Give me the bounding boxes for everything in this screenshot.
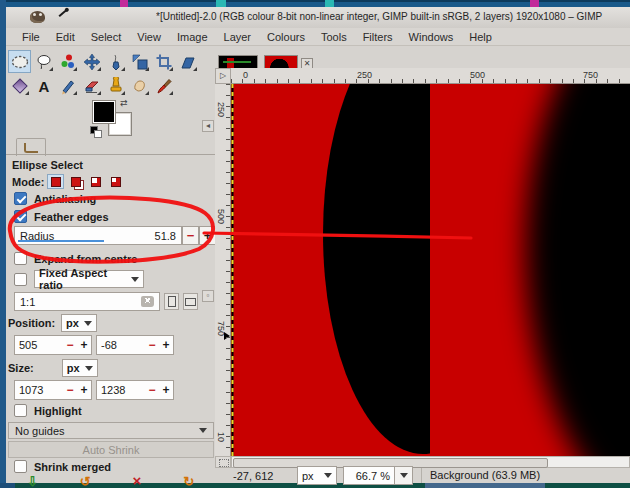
paths-tool-icon[interactable] [104, 50, 127, 73]
menu-file[interactable]: File [14, 30, 48, 44]
position-unit-dropdown[interactable]: px [61, 314, 97, 332]
swap-colours-icon[interactable]: ⇄ [120, 98, 128, 108]
gradient-tool-icon[interactable] [8, 74, 31, 97]
position-label: Position: [8, 317, 55, 329]
mode-replace-button[interactable] [47, 174, 64, 189]
desktop-mark [530, 0, 539, 7]
plus-icon[interactable]: + [77, 338, 91, 352]
menu-view[interactable]: View [129, 30, 169, 44]
shrink-merged-row: Shrink merged [14, 460, 111, 473]
chevron-down-icon [84, 321, 92, 326]
foreground-colour-swatch[interactable] [92, 100, 116, 124]
size-width-spinbox[interactable]: 1073 − + [14, 380, 92, 400]
feather-radius-slider[interactable]: Radius 51.8 [14, 226, 182, 245]
left-dock-panel: A ⇄ Ellipse Select Mode: [6, 46, 215, 483]
paintbrush-tool-icon[interactable] [152, 74, 175, 97]
expand-from-centre-checkbox[interactable] [14, 252, 27, 265]
guides-dropdown[interactable]: No guides [8, 422, 214, 439]
feather-edges-checkbox[interactable] [14, 210, 27, 223]
minus-icon[interactable]: − [145, 383, 159, 397]
free-select-tool-icon[interactable] [32, 50, 55, 73]
zoom-input[interactable]: 66.7 % [343, 466, 395, 485]
antialiasing-checkbox[interactable] [14, 192, 27, 205]
aspect-ratio-input[interactable]: 1:1 [14, 292, 160, 311]
plus-icon[interactable]: + [159, 338, 173, 352]
reset-preset-icon[interactable]: ↻ [183, 474, 194, 488]
horizontal-ruler: 0 250 500 750 [231, 68, 630, 84]
ruler-corner-button[interactable]: ▷ [215, 68, 231, 84]
preset-buttons-row: ⇩ ↺ × ↻ [6, 474, 215, 488]
transform-tool-icon[interactable] [128, 50, 151, 73]
shear-tool-icon[interactable] [176, 50, 199, 73]
save-preset-icon[interactable]: ⇩ [27, 474, 38, 488]
text-tool-icon[interactable]: A [32, 74, 55, 97]
mode-intersect-button[interactable] [107, 174, 124, 189]
radius-increase-button[interactable]: + [199, 226, 216, 245]
size-unit: px [67, 362, 80, 374]
gimp-window: { "window": { "title": "*[Untitled]-2.0 … [0, 0, 630, 488]
v-ruler-label: 250 [216, 102, 226, 117]
clear-entry-icon[interactable] [141, 296, 154, 307]
menu-layer[interactable]: Layer [216, 30, 260, 44]
dock-collapse-button[interactable]: ◂ [202, 120, 214, 132]
radius-decrease-button[interactable]: − [182, 226, 199, 245]
size-height-value: 1238 [97, 384, 145, 396]
canvas-image[interactable] [231, 84, 630, 456]
svg-text:A: A [38, 77, 49, 94]
vertical-ruler: 250 500 750 10 [215, 84, 231, 456]
size-height-spinbox[interactable]: 1238 − + [96, 380, 174, 400]
minus-icon[interactable]: − [145, 338, 159, 352]
clone-tool-icon[interactable] [104, 74, 127, 97]
menu-edit[interactable]: Edit [48, 30, 83, 44]
highlight-checkbox[interactable] [14, 404, 27, 417]
default-colours-icon[interactable] [90, 126, 98, 134]
fixed-aspect-dropdown[interactable]: Fixed Aspect ratio [34, 270, 144, 288]
menu-colours[interactable]: Colours [259, 30, 313, 44]
eraser-tool-icon[interactable] [80, 74, 103, 97]
shrink-merged-checkbox[interactable] [14, 460, 27, 473]
minus-icon[interactable]: − [63, 383, 77, 397]
dock-detach-button[interactable]: ▫ [202, 290, 214, 302]
h-ruler-label: 0 [243, 70, 248, 80]
menu-help[interactable]: Help [461, 30, 500, 44]
chevron-down-icon [324, 473, 332, 478]
select-by-colour-tool-icon[interactable] [56, 50, 79, 73]
menu-tools[interactable]: Tools [313, 30, 355, 44]
position-y-spinbox[interactable]: -68 − + [96, 335, 174, 355]
plus-icon[interactable]: + [77, 383, 91, 397]
ellipse-select-tool-icon[interactable] [8, 50, 31, 73]
menu-filters[interactable]: Filters [355, 30, 401, 44]
mode-subtract-button[interactable] [87, 174, 104, 189]
size-unit-dropdown[interactable]: px [62, 359, 98, 377]
auto-shrink-label: Auto Shrink [83, 444, 140, 456]
fixed-checkbox[interactable] [14, 273, 27, 286]
status-unit-dropdown[interactable]: px [297, 466, 337, 485]
gimp-wilber-icon [30, 11, 45, 23]
titlebar[interactable]: *[Untitled]-2.0 (RGB colour 8-bit non-li… [6, 7, 630, 29]
delete-preset-icon[interactable]: × [133, 474, 142, 488]
portrait-orientation-button[interactable] [164, 293, 179, 310]
position-x-spinbox[interactable]: 505 − + [14, 335, 92, 355]
mode-add-button[interactable] [67, 174, 84, 189]
horizontal-scrollbar[interactable] [231, 456, 630, 468]
landscape-orientation-button[interactable] [183, 293, 198, 310]
size-label: Size: [8, 362, 34, 374]
auto-shrink-button[interactable]: Auto Shrink [8, 441, 214, 458]
h-ruler-label: 500 [470, 70, 485, 80]
quick-mask-toggle[interactable] [215, 456, 231, 468]
restore-preset-icon[interactable]: ↺ [80, 474, 91, 488]
menu-select[interactable]: Select [83, 30, 130, 44]
minus-icon[interactable]: − [63, 338, 77, 352]
crop-tool-icon[interactable] [152, 50, 175, 73]
smudge-tool-icon[interactable] [128, 74, 151, 97]
zoom-dropdown-button[interactable] [395, 466, 413, 485]
highlight-row: Highlight [14, 404, 82, 417]
pencil-tool-icon[interactable] [56, 74, 79, 97]
zoom-value: 66.7 % [356, 470, 390, 482]
menu-windows[interactable]: Windows [401, 30, 462, 44]
move-tool-icon[interactable] [80, 50, 103, 73]
canvas-zone: ✕ ▷ 0 250 500 750 250 500 750 10 -27 [215, 46, 630, 483]
plus-icon[interactable]: + [159, 383, 173, 397]
menu-image[interactable]: Image [169, 30, 216, 44]
tool-options-tab-icon [24, 143, 38, 153]
